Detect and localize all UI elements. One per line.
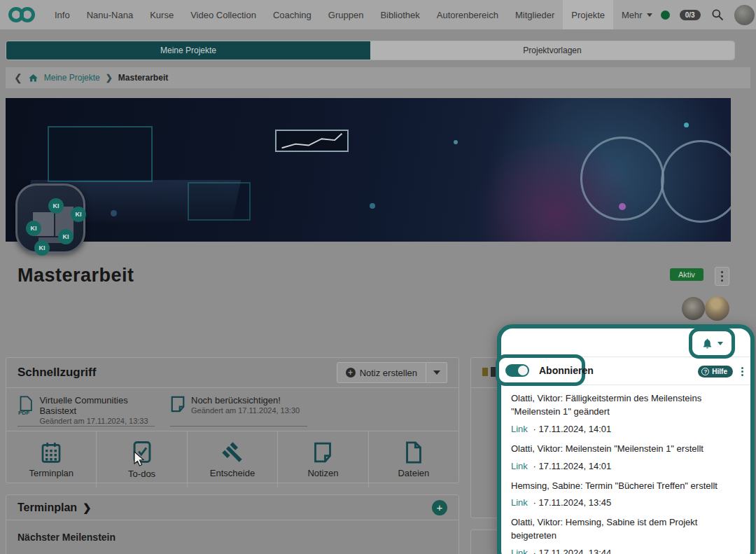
nav-item-nanu-nana[interactable]: Nanu-Nana [78,0,142,29]
notifications-bell-dropdown[interactable] [689,328,735,359]
member-avatar[interactable] [682,297,705,320]
ki-badge: KI [48,198,64,214]
project-tabbar: Meine Projekte Projektvorlagen [6,41,735,60]
project-thumbnail[interactable]: KI KI KI KI KI [15,183,85,254]
chevron-down-icon [647,13,652,17]
notification-text: Olatti, Viktor: Fälligkeitstermin des Me… [511,392,741,419]
create-note-dropdown-button[interactable] [426,362,447,383]
notification-timestamp: · 17.11.2024, 13:44 [533,548,611,554]
tab-meine-projekte[interactable]: Meine Projekte [6,41,370,60]
pdf-file-icon: PDF [18,395,34,416]
note-icon [313,441,332,464]
notification-item: Hemsing, Sabine: Termin "Bücherei Treffe… [511,480,741,508]
schedule-card: Terminplan ❯ + Nächster Meilenstein [6,494,459,554]
quick-access-title: Schnellzugriff [18,366,96,380]
bell-icon [701,338,713,349]
nav-item-kurse[interactable]: Kurse [141,0,182,29]
notification-text: Hemsing, Sabine: Termin "Bücherei Treffe… [511,480,741,493]
shortcut-label: Entscheide [210,468,255,478]
nav-item-autorenbereich[interactable]: Autorenbereich [428,0,507,29]
notification-link[interactable]: Link [511,461,528,471]
nav-item-mehr-label: Mehr [622,10,643,20]
chevron-right-icon: ❯ [106,73,113,83]
file-meta: Geändert am 17.11.2024, 13:30 [191,406,300,415]
nav-item-mehr[interactable]: Mehr [613,0,661,29]
project-banner-image [6,98,731,242]
shortcut-dateien[interactable]: Dateien [368,431,458,487]
question-icon: ? [701,368,709,375]
notification-timestamp: · 17.11.2024, 14:01 [533,461,611,471]
help-button[interactable]: ? Hilfe [698,366,733,378]
plus-icon: + [346,368,356,378]
notifications-list: Olatti, Viktor: Fälligkeitstermin des Me… [501,385,750,554]
ki-badge: KI [26,221,41,236]
shortcut-entscheide[interactable]: Entscheide [187,431,277,487]
file-meta: Geändert am 17.11.2024, 13:33 [39,417,155,425]
nav-item-coaching[interactable]: Coaching [265,0,320,29]
notification-item: Olatti, Viktor: Meilenstein "Meilenstein… [511,443,741,471]
notification-link[interactable]: Link [511,548,528,554]
nav-item-mitglieder[interactable]: Mitglieder [507,0,563,29]
subscribe-row: Abonnieren ? Hilfe [501,357,750,385]
chevron-right-icon: ❯ [83,501,92,514]
notification-item: Olatti, Viktor: Fälligkeitstermin des Me… [511,392,741,434]
file-link-pdf[interactable]: PDF Virtuelle Communities Basistext Geän… [18,395,155,427]
subscribe-toggle[interactable] [505,364,529,377]
file-title: Noch berücksichtigen! [191,395,300,406]
user-avatar[interactable] [734,5,755,25]
online-status-dot [661,11,670,20]
svg-text:PDF: PDF [18,410,29,416]
infinity-logo-icon[interactable] [8,7,36,22]
back-chevron-icon[interactable]: ❮ [14,72,22,83]
breadcrumb-parent-link[interactable]: Meine Projekte [44,73,100,83]
schedule-title-link[interactable]: Terminplan ❯ [18,501,92,514]
create-note-label: Notiz erstellen [360,368,417,378]
main-nav: Info Nanu-Nana Kurse Video Collection Co… [46,0,661,29]
tab-projektvorlagen[interactable]: Projektvorlagen [370,41,734,60]
nav-item-info[interactable]: Info [46,0,78,29]
create-note-button[interactable]: + Notiz erstellen [337,362,426,383]
calendar-icon [40,441,62,464]
page-title: Masterarbeit [18,265,134,286]
subscribe-highlight: Abonnieren [496,354,585,386]
nav-item-gruppen[interactable]: Gruppen [320,0,372,29]
ki-badge: KI [34,240,50,256]
notification-timestamp: · 17.11.2024, 13:45 [533,497,611,508]
search-icon[interactable] [710,8,724,22]
shortcut-label: To-dos [128,469,155,479]
ki-badge: KI [58,229,74,244]
shortcut-label: Dateien [398,468,429,478]
nav-item-bibliothek[interactable]: Bibliothek [372,0,428,29]
ki-badge: KI [71,207,86,222]
next-milestone-label: Nächster Meilenstein [6,520,458,554]
status-badge: Aktiv [670,268,704,281]
notifications-panel-header [501,328,750,357]
quick-access-card: Schnellzugriff + Notiz erstellen PDF Vir… [6,357,459,483]
gavel-icon [221,441,244,464]
shortcut-label: Terminplan [29,468,74,478]
counter-badge[interactable]: 0/3 [680,10,701,20]
chevron-down-icon [433,371,440,375]
nav-item-projekte[interactable]: Projekte [563,0,613,29]
notification-link[interactable]: Link [511,424,528,434]
project-options-button[interactable] [715,267,729,286]
schedule-title: Terminplan [18,501,77,514]
notification-text: Olatti, Viktor: Meilenstein "Meilenstein… [511,443,741,456]
notifications-panel: Abonnieren ? Hilfe Olatti, Viktor: Fälli… [497,324,755,554]
add-appointment-button[interactable]: + [432,500,447,515]
banner-chart-decoration [275,130,349,152]
file-link-note[interactable]: Noch berücksichtigen! Geändert am 17.11.… [170,395,307,427]
breadcrumb: ❮ Meine Projekte ❯ Masterarbeit [6,67,750,88]
shortcut-notizen[interactable]: Notizen [277,431,368,487]
notification-link[interactable]: Link [511,497,528,508]
chevron-down-icon [718,342,723,345]
home-icon[interactable] [28,73,38,83]
nav-item-video-collection[interactable]: Video Collection [182,0,265,29]
breadcrumb-current: Masterarbeit [118,73,168,83]
file-title: Virtuelle Communities Basistext [39,395,155,416]
shortcut-terminplan[interactable]: Terminplan [6,431,96,487]
member-avatar[interactable] [705,296,729,321]
panel-options-button[interactable] [741,371,743,373]
subscribe-label: Abonnieren [539,365,594,376]
notification-item: Olatti, Viktor: Hemsing, Sabine ist dem … [511,516,741,554]
